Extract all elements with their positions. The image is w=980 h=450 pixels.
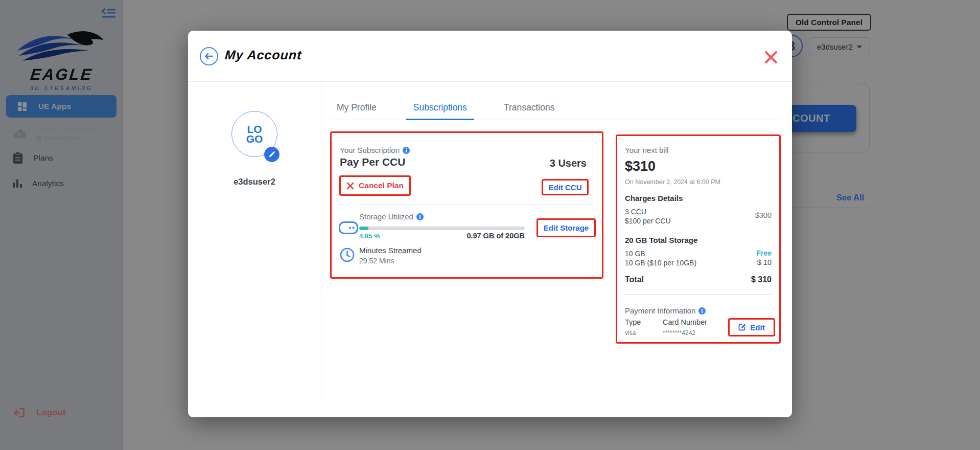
storage-progress-bar [359,227,525,230]
sidebar-item-cloud-computers: Cloud Computers Coming Soon [0,125,123,141]
modal-header: My Account [188,31,792,82]
bar-chart-icon [13,178,22,189]
ccu-line1: 3 CCU [625,208,646,216]
sidebar-item-plans[interactable]: Plans [0,152,123,164]
arrow-left-icon [204,52,214,60]
info-icon[interactable] [416,213,424,220]
sidebar: EAGLE 3D STREAMING UE Apps Cloud Compute… [0,0,123,450]
total-label: Total [625,275,644,284]
back-button[interactable] [200,47,218,65]
eagle-logo-graphic [14,27,109,66]
chevron-down-icon [857,46,862,49]
cloud-check-icon [13,128,26,138]
see-all-link[interactable]: See All [836,193,864,202]
ccu-amount: $300 [755,211,772,219]
clock-small-icon [36,136,41,141]
storage-title: Storage Utilized [359,212,413,221]
pencil-icon [268,151,275,158]
sidebar-item-analytics[interactable]: Analytics [0,178,123,189]
edit-icon [738,323,746,331]
subscription-title-row: Your Subscription [340,146,410,154]
cancel-plan-button[interactable]: Cancel Plan [339,175,411,196]
plan-name: Pay Per CCU [340,156,405,168]
grid-icon [17,102,27,111]
coming-soon-badge: Coming Soon [36,135,98,141]
storage-usage: 0.97 GB of 20GB [359,232,525,240]
profile-username: e3dsuser2 [188,177,321,187]
old-control-panel-button[interactable]: Old Control Panel [787,14,871,31]
sidebar-item-label: Plans [33,153,53,163]
minutes-streamed-value: 29.52 Mins [359,257,394,265]
storage-row-value: $ 10 [757,258,772,266]
payment-type-value: visa [625,329,636,336]
eagle-logo: EAGLE 3D STREAMING [14,27,109,91]
logout-icon [13,407,25,419]
background-divider [792,208,870,208]
subscription-divider [358,205,593,205]
subscription-section-highlight: Your Subscription Pay Per CCU 3 Users Ca… [330,131,603,279]
info-icon[interactable] [698,307,706,314]
clipboard-icon [13,152,23,164]
edit-ccu-label: Edit CCU [549,183,582,192]
payment-type-label: Type [625,318,641,326]
tab-my-profile[interactable]: My Profile [330,97,384,120]
edit-avatar-button[interactable] [264,147,279,162]
payment-card-label: Card Number [663,318,707,326]
sidebar-item-label: UE Apps [38,102,71,111]
brand-name: EAGLE [13,65,110,84]
sidebar-item-label: Analytics [32,179,64,188]
modal-vertical-divider [321,82,321,397]
storage-title-row: Storage Utilized [359,212,424,221]
storage-progress-fill [359,227,368,230]
cancel-plan-label: Cancel Plan [359,181,404,190]
sidebar-item-label: Cloud Computers [36,125,98,134]
info-icon[interactable] [403,147,410,154]
my-account-modal: My Account LO GO e3dsuser2 My Profile Su… [188,31,792,417]
edit-storage-button[interactable]: Edit Storage [536,218,596,237]
user-dropdown-label: e3dsuser2 [817,42,853,51]
next-bill-label: Your next bill [625,146,668,154]
close-button[interactable] [764,50,778,64]
storage-row-label: 10 GB ($10 per 10GB) [625,259,696,267]
modal-title: My Account [224,48,302,62]
total-value: $ 310 [751,275,772,284]
user-dropdown[interactable]: e3dsuser2 [809,37,870,56]
bill-divider [625,295,772,295]
sidebar-collapse-icon[interactable] [100,6,118,20]
logout-label: Logout [36,408,66,418]
x-icon [346,182,354,190]
clock-icon [340,248,355,262]
plan-users-count: 3 Users [550,158,587,169]
subscription-title: Your Subscription [340,146,400,154]
account-tabs: My Profile Subscriptions Transactions [330,97,782,120]
collapse-menu-icon [100,6,118,20]
logout-button[interactable]: Logout [13,407,66,419]
total-storage-title: 20 GB Total Storage [625,236,697,244]
tab-subscriptions[interactable]: Subscriptions [406,97,474,120]
brand-tagline: 3D STREAMING [14,85,109,91]
edit-ccu-button[interactable]: Edit CCU [542,179,589,195]
ccu-line2: $100 per CCU [625,217,671,225]
edit-payment-label: Edit [750,323,764,332]
next-bill-section-highlight: Your next bill $310 On November 2, 2024 … [616,134,781,344]
next-bill-date: On November 2, 2024 at 6:00 PM [625,178,720,186]
charges-details-title: Charges Details [625,194,683,202]
payment-information-title: Payment Information [625,306,695,315]
next-bill-amount: $310 [625,159,656,174]
payment-card-value: ********4242 [663,329,695,336]
minutes-streamed-title: Minutes Streamed [359,246,422,255]
sidebar-item-ue-apps[interactable]: UE Apps [6,95,116,118]
storage-row-label: 10 GB [625,250,645,258]
storage-drive-icon [339,221,358,234]
close-icon [764,50,778,64]
edit-storage-label: Edit Storage [544,223,589,232]
payment-information-row: Payment Information [625,306,706,315]
storage-row-value-free: Free [756,249,772,257]
avatar-text-line2: GO [246,134,263,144]
edit-payment-button[interactable]: Edit [728,318,775,336]
tab-transactions[interactable]: Transactions [497,97,562,120]
